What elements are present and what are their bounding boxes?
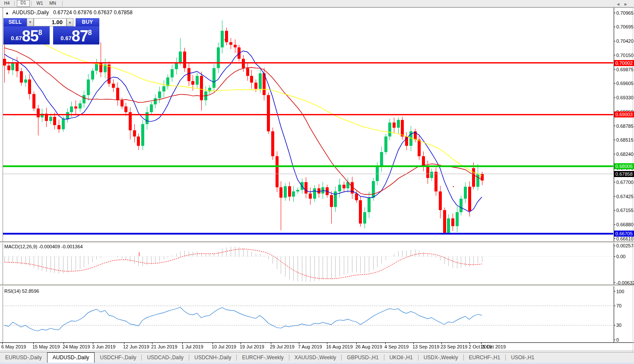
one-click-trading-panel: SELL ▼ 1.00 ▲ BUY 0.67 85 8 0.67 87 8 [3,18,99,44]
price-axis-label: 0.66610 [616,236,634,242]
chart-tab-xauusd-weekly[interactable]: XAUUSD-,Weekly [289,352,341,363]
trade-marker-icon: + [101,63,103,68]
volume-increase-button[interactable]: ▲ [67,18,73,26]
chart-symbol-header: ▲ AUDUSD-,Daily 0.67724 0.67876 0.67637 … [5,9,133,16]
price-axis-label: 0.68785 [616,123,634,129]
price-axis-label: 0.68515 [616,137,634,143]
toolbar-separator [14,1,15,6]
time-axis-label: 24 May 2019 [63,344,90,349]
buy-price-pip-digit: 8 [88,29,92,44]
chart-tab-eurchf-h1[interactable]: EURCHF-,H1 [464,352,506,363]
buy-price-big-digits: 87 [72,28,88,44]
rsi-axis-label: 0 [616,337,634,342]
time-axis-label: 3 Jun 2019 [92,344,115,349]
toolbar-separator [62,1,63,6]
timeframe-toolbar: H4 D1 W1 MN [0,0,634,7]
time-axis-label: 4 Sep 2019 [384,344,409,349]
price-level-badge: 0.66705 [614,231,634,237]
tab-scroll-right-arrow[interactable]: ► [624,2,631,6]
time-axis-label: 11 Oct 2019 [480,344,506,349]
collapse-triangle-icon[interactable]: ▲ [5,11,9,15]
trade-marker-icon: | [139,252,140,256]
price-axis-label: 0.70150 [616,53,634,58]
chart-tab-audusd-daily[interactable]: AUDUSD-,Daily [47,352,95,363]
macd-axis-label: -0.006326 [616,280,634,285]
time-axis-label: 19 Jul 2019 [240,344,264,349]
time-axis-label: 16 Aug 2019 [326,344,353,349]
volume-input[interactable]: 1.00 [34,18,67,26]
rsi-axis-label: 70 [616,303,634,308]
timeframe-mn-button[interactable]: MN [47,0,59,6]
time-axis-label: 13 Sep 2019 [412,344,439,349]
volume-decrease-button[interactable]: ▼ [27,18,34,26]
buy-price-prefix: 0.67 [60,35,71,44]
buy-price-display[interactable]: 0.67 87 8 [53,26,99,44]
price-axis-label: 0.67700 [616,180,634,185]
buy-button[interactable]: BUY [76,18,99,27]
price-axis-label: 0.66880 [616,222,634,228]
price-level-badge: 0.69003 [614,111,634,117]
price-axis-label: 0.69875 [616,67,634,73]
price-axis-label: 0.68240 [616,152,634,157]
chart-tab-usdcad-daily[interactable]: USDCAD-,Daily [142,352,189,363]
time-axis-label: 15 May 2019 [32,344,60,349]
sell-price-prefix: 0.67 [11,35,22,44]
trade-marker-icon: ▪ [472,171,474,175]
macd-indicator-label: MACD(12,26,9) -0.000409 -0.001364 [4,244,83,249]
time-axis-label: 26 Aug 2019 [355,344,382,349]
price-axis-label: 0.69330 [616,95,634,101]
symbol-ohlc-values: 0.67724 0.67876 0.67637 0.67858 [53,9,133,16]
rsi-axis-label: 100 [616,289,634,294]
chart-tab-eurusd-daily[interactable]: EURUSD-,Daily [0,352,47,363]
price-level-badge: 0.70002 [614,60,634,66]
rsi-axis-label: 30 [616,323,634,328]
toolbar-separator [31,1,32,6]
trade-marker-icon: ▪ [224,38,225,42]
time-axis-label: 29 Jul 2019 [270,344,295,349]
chart-tab-bar: EURUSD-,DailyAUDUSD-,DailyUSDCHF-,DailyU… [0,352,634,363]
price-level-badge: 0.68006 [614,163,634,169]
price-axis-label: 0.69605 [616,81,634,86]
macd-axis-label: 0.002574 [616,243,634,248]
symbol-name: AUDUSD-,Daily [13,9,49,16]
macd-axis-label: 0.00 [616,254,634,259]
price-chart-canvas [0,0,634,364]
sell-button[interactable]: SELL [3,18,27,27]
time-axis-label: 6 May 2019 [1,344,26,349]
time-axis-label: 7 Aug 2019 [298,344,322,349]
sell-price-big-digits: 85 [22,28,38,44]
price-axis-label: 0.70420 [616,38,634,44]
chart-tab-gbpusd-h1[interactable]: GBPUSD-,H1 [342,352,384,363]
price-axis-label: 0.70695 [616,24,634,30]
chart-tab-ukoil-h1[interactable]: UKOil-,H1 [384,352,418,363]
chart-tab-usdcnh-daily[interactable]: USDCNH-,Daily [189,352,236,363]
time-axis-label: 12 Jun 2019 [123,344,149,349]
chart-tab-usdchf-daily[interactable]: USDCHF-,Daily [95,352,141,363]
trade-marker-icon: ▪ [453,184,454,189]
time-axis-label: 21 Jun 2019 [151,344,178,349]
price-axis-label: 0.67425 [616,194,634,199]
rsi-indicator-label: RSI(14) 52.8596 [4,288,39,294]
timeframe-h4-button[interactable]: H4 [1,0,13,6]
tab-scroll-arrows: ◄► [616,2,631,6]
time-axis-label: 1 Jul 2019 [181,344,203,349]
timeframe-d1-button[interactable]: D1 [17,0,30,7]
timeframe-w1-button[interactable]: W1 [34,0,46,6]
price-level-badge: 0.67858 [614,171,634,177]
time-axis-label: 10 Jul 2019 [212,344,236,349]
price-axis-label: 0.67155 [616,208,634,213]
chart-tab-usdx-weekly[interactable]: USDX-,Weekly [418,352,463,363]
chart-tab-eurchf-weekly[interactable]: EURCHF-,Weekly [237,352,288,363]
price-axis-label: 0.70965 [616,10,634,16]
sell-price-pip-digit: 8 [38,29,42,44]
time-axis-label: 23 Sep 2019 [441,344,467,349]
chart-tab-usoil-h1[interactable]: USOil-,H1 [506,352,539,363]
sell-price-display[interactable]: 0.67 85 8 [3,26,50,44]
tab-scroll-left-arrow[interactable]: ◄ [616,2,624,6]
